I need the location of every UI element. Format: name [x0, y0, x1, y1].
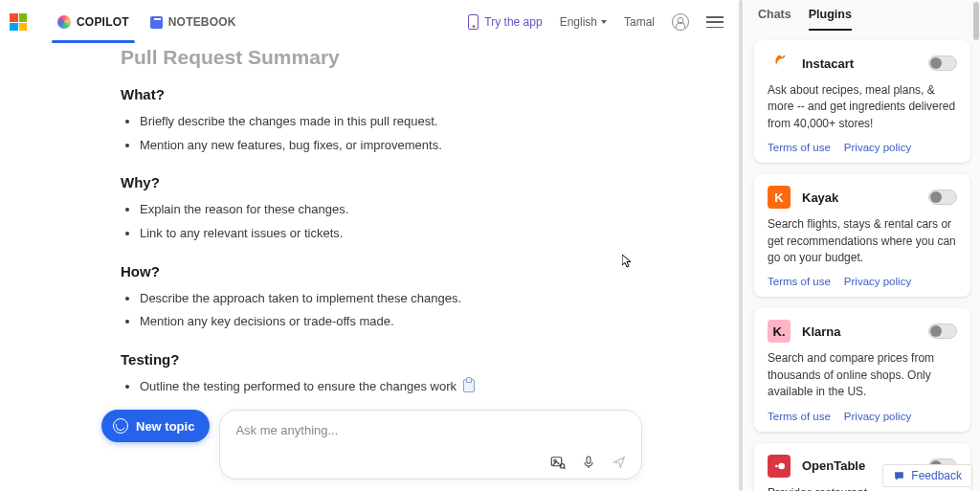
list-item: Describe the approach taken to implement…: [140, 287, 737, 311]
plugin-card-klarna: K. Klarna Search and compare prices from…: [754, 308, 970, 431]
plugin-name: Instacart: [802, 56, 854, 71]
user-name: Tamal: [624, 15, 655, 29]
plugin-description: Search and compare prices from thousands…: [768, 350, 957, 400]
list-item: Explain the reason for these changes.: [140, 198, 737, 222]
compose-bar: New topic: [101, 410, 642, 480]
image-search-icon[interactable]: [549, 454, 567, 471]
bullet-list: Briefly describe the changes made in thi…: [121, 110, 737, 157]
side-panel: Chats Plugins Instacart Ask about recipe…: [745, 0, 980, 491]
try-the-app-label: Try the app: [484, 15, 542, 29]
page-title: Pull Request Summary: [121, 46, 737, 69]
list-item: Briefly describe the changes made in thi…: [140, 110, 737, 134]
top-right-controls: Try the app English Tamal: [468, 0, 724, 44]
new-topic-label: New topic: [136, 419, 194, 434]
plugin-card-kayak: K Kayak Search flights, stays & rental c…: [754, 174, 970, 297]
privacy-link[interactable]: Privacy policy: [844, 142, 911, 153]
klarna-icon: K.: [768, 320, 791, 343]
plugin-list: Instacart Ask about recipes, meal plans,…: [745, 31, 980, 491]
section-heading: Why?: [121, 174, 737, 190]
plugin-name: OpenTable: [802, 458, 865, 473]
avatar-icon[interactable]: [672, 13, 689, 31]
tab-copilot[interactable]: COPILOT: [56, 10, 131, 34]
ask-box: [219, 410, 642, 480]
section-heading: Testing?: [121, 351, 737, 368]
feedback-label: Feedback: [911, 469, 962, 482]
top-bar: COPILOT NOTEBOOK Try the app English Tam…: [0, 0, 737, 44]
send-icon[interactable]: [611, 454, 628, 471]
terms-link[interactable]: Terms of use: [768, 142, 831, 153]
ask-tools: [234, 454, 628, 471]
plugin-toggle[interactable]: [928, 324, 957, 339]
svg-point-4: [775, 464, 778, 467]
list-item: Mention any new features, bug fixes, or …: [140, 134, 737, 158]
notebook-icon: [150, 16, 163, 29]
panel-tab-plugins[interactable]: Plugins: [809, 8, 852, 31]
svg-point-5: [778, 462, 785, 469]
new-topic-icon: [113, 418, 128, 434]
hamburger-menu-icon[interactable]: [706, 16, 724, 28]
chevron-down-icon: [601, 20, 607, 24]
list-item: Link to any relevant issues or tickets.: [140, 222, 737, 246]
section-heading: What?: [121, 86, 737, 102]
scrollbar[interactable]: [973, 2, 979, 40]
tab-copilot-label: COPILOT: [77, 15, 129, 29]
language-select[interactable]: English: [560, 15, 607, 29]
panel-tabs: Chats Plugins: [745, 0, 980, 31]
language-label: English: [560, 15, 597, 29]
feedback-button[interactable]: Feedback: [882, 464, 972, 487]
tab-notebook-label: NOTEBOOK: [168, 15, 236, 29]
privacy-link[interactable]: Privacy policy: [844, 276, 911, 287]
instacart-icon: [768, 52, 791, 75]
bullet-list: Outline the testing performed to ensure …: [121, 375, 737, 399]
terms-link[interactable]: Terms of use: [768, 276, 831, 287]
svg-rect-3: [587, 457, 590, 463]
bullet-list: Explain the reason for these changes. Li…: [121, 198, 737, 245]
plugin-card-instacart: Instacart Ask about recipes, meal plans,…: [754, 40, 970, 163]
terms-link[interactable]: Terms of use: [768, 411, 831, 422]
microsoft-logo-icon: [10, 13, 27, 31]
pane-splitter[interactable]: [737, 0, 745, 491]
plugin-description: Search flights, stays & rental cars or g…: [768, 216, 957, 266]
microphone-icon[interactable]: [580, 454, 597, 471]
tab-notebook[interactable]: NOTEBOOK: [148, 10, 238, 34]
plugin-toggle[interactable]: [928, 190, 957, 205]
section-heading: How?: [121, 263, 737, 279]
plugin-description: Ask about recipes, meal plans, & more --…: [768, 82, 957, 132]
new-topic-button[interactable]: New topic: [101, 410, 210, 442]
phone-icon: [468, 14, 479, 30]
opentable-icon: [768, 455, 791, 478]
ask-input[interactable]: [234, 422, 628, 438]
kayak-icon: K: [768, 186, 791, 209]
primary-tabs: COPILOT NOTEBOOK: [56, 10, 238, 34]
copilot-icon: [57, 15, 71, 29]
try-the-app-link[interactable]: Try the app: [468, 14, 542, 30]
list-item: Outline the testing performed to ensure …: [140, 375, 737, 399]
plugin-name: Klarna: [802, 324, 840, 339]
privacy-link[interactable]: Privacy policy: [844, 411, 911, 422]
list-item: Mention any key decisions or trade-offs …: [140, 310, 737, 334]
plugin-name: Kayak: [802, 190, 838, 205]
panel-tab-chats[interactable]: Chats: [758, 8, 791, 31]
plugin-toggle[interactable]: [928, 56, 957, 71]
feedback-icon: [893, 470, 905, 482]
clipboard-icon: [463, 379, 475, 392]
bullet-list: Describe the approach taken to implement…: [121, 287, 737, 334]
